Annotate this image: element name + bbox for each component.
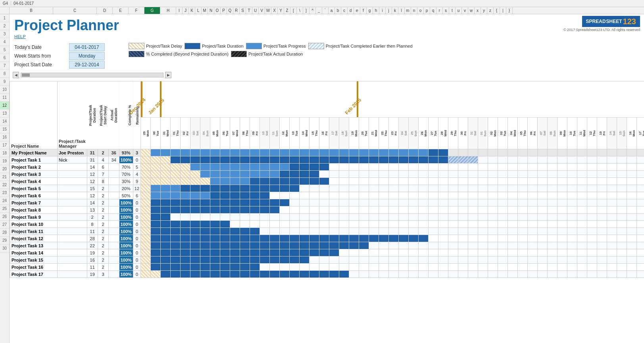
gantt-bar-cell (359, 264, 369, 271)
gantt-bar-cell (250, 242, 260, 249)
gantt-bar-cell (637, 242, 644, 249)
task-row: Project Task 312770%4 (10, 171, 644, 178)
gantt-bar-cell (290, 178, 300, 185)
gantt-bar-cell (458, 221, 468, 228)
task-name-cell: Project Task 11 (10, 228, 58, 235)
row-3: 3 (0, 30, 9, 38)
gantt-bar-cell (518, 228, 528, 235)
gantt-bar-cell (181, 149, 190, 156)
legend-completed-early-label: Project/Task Completed Earlier then Plan… (326, 44, 413, 48)
gantt-bar-cell (567, 206, 577, 214)
gantt-bar-cell (488, 256, 498, 264)
week-value[interactable]: Monday (69, 52, 105, 60)
gantt-bar-cell (458, 214, 468, 221)
gantt-bar-cell (597, 221, 607, 228)
gantt-bar-cell (141, 256, 151, 264)
project-start-value[interactable]: 29-12-2014 (69, 61, 105, 69)
gantt-bar-cell (399, 249, 409, 256)
gantt-bar-cell (141, 228, 151, 235)
gantt-bar-cell (280, 228, 290, 235)
col-day-39: p (424, 7, 430, 14)
gantt-bar-cell (141, 214, 151, 221)
scroll-track[interactable] (21, 73, 163, 77)
gantt-bar-cell (369, 185, 379, 192)
gantt-bar-cell (438, 178, 448, 185)
gantt-bar-cell (419, 214, 429, 221)
gantt-bar-cell (240, 192, 250, 199)
gantt-bar-cell (240, 164, 250, 171)
gantt-bar-cell (577, 214, 587, 221)
scroll-right-btn[interactable]: ▶ (165, 72, 171, 78)
gantt-bar-cell (617, 264, 627, 271)
scroll-left-btn[interactable]: ◀ (13, 72, 19, 78)
task-manager-cell (58, 242, 87, 249)
th-actual: ActualDuration (108, 81, 119, 149)
gantt-bar-cell (429, 164, 438, 171)
help-link[interactable]: HELP (14, 34, 119, 39)
gantt-bar-cell (488, 199, 498, 206)
task-actual-cell (108, 249, 119, 256)
task-complete-cell: 20% (119, 185, 133, 192)
col-day-19: \ (297, 7, 303, 14)
gantt-bar-cell (250, 214, 260, 221)
gantt-bar-cell (190, 199, 200, 206)
task-remaining-cell: 0 (133, 249, 140, 256)
gantt-bar-cell (458, 206, 468, 214)
gantt-bar-cell (210, 228, 220, 235)
gantt-bar-cell (597, 156, 607, 164)
gantt-bar-cell (637, 249, 644, 256)
gantt-bar-cell (379, 249, 389, 256)
gantt-bar-cell (210, 164, 220, 171)
gantt-bar-cell (181, 249, 190, 256)
task-duration-cell: 19 (87, 249, 98, 256)
task-manager-cell (58, 235, 87, 242)
task-remaining-cell: 0 (133, 199, 140, 206)
gantt-bar-cell (230, 235, 240, 242)
gantt-bar-cell (448, 242, 458, 249)
th-day-11: 09Fri (250, 118, 260, 149)
header-section: Project Planner HELP SPREAD SHEET 123 © … (10, 14, 644, 43)
gantt-bar-cell (597, 192, 607, 199)
gantt-bar-cell (389, 149, 399, 156)
gantt-bar-cell (438, 228, 448, 235)
gantt-bar-cell (220, 164, 230, 171)
gantt-bar-cell (567, 264, 577, 271)
gantt-bar-cell (210, 221, 220, 228)
gantt-bar-cell (280, 149, 290, 156)
gantt-bar-cell (498, 264, 508, 271)
gantt-bar-cell (419, 185, 429, 192)
gantt-bar-cell (369, 214, 379, 221)
task-remaining-cell: 0 (133, 242, 140, 249)
gantt-bar-cell (349, 185, 359, 192)
gantt-bar-cell (389, 156, 399, 164)
gantt-bar-cell (478, 256, 488, 264)
task-remaining-cell: 0 (133, 264, 140, 271)
gantt-bar-cell (181, 242, 190, 249)
gantt-bar-cell (181, 235, 190, 242)
task-delay-cell: 2 (98, 235, 108, 242)
gantt-bar-cell (508, 235, 518, 242)
gantt-bar-cell (220, 206, 230, 214)
gantt-bar-cell (508, 228, 518, 235)
col-h: H (160, 7, 176, 14)
gantt-bar-cell (290, 192, 300, 199)
col-g: G (144, 7, 160, 14)
col-day-6: O (214, 7, 221, 14)
gantt-bar-cell (220, 199, 230, 206)
gantt-bar-cell (290, 242, 300, 249)
gantt-bar-cell (240, 271, 250, 278)
gantt-bar-cell (607, 235, 617, 242)
logo-num: 123 (623, 17, 636, 25)
gantt-bar-cell (429, 242, 438, 249)
task-delay-cell: 2 (98, 256, 108, 264)
gantt-bar-cell (379, 156, 389, 164)
gantt-bar-cell (567, 156, 577, 164)
gantt-bar-cell (538, 206, 548, 214)
gantt-bar-cell (220, 214, 230, 221)
gantt-bar-cell (518, 178, 528, 185)
gantt-bar-cell (290, 156, 300, 164)
gantt-bar-cell (518, 242, 528, 249)
th-day-9: 07Wed (230, 118, 240, 149)
gantt-bar-cell (468, 149, 478, 156)
gantt-bar-cell (220, 149, 230, 156)
